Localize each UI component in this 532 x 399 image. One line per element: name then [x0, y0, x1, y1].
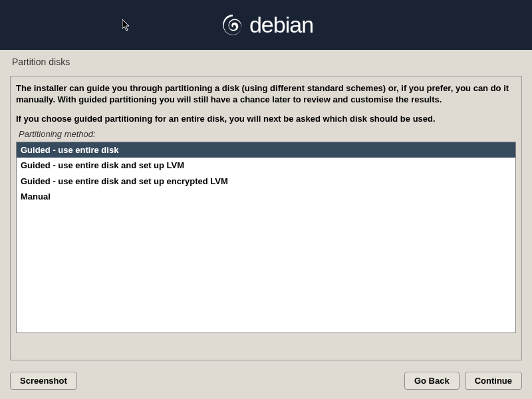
partitioning-method-label: Partitioning method: [19, 129, 516, 139]
option-guided-lvm[interactable]: Guided - use entire disk and set up LVM [17, 158, 515, 174]
installer-header: debian [0, 0, 532, 50]
page-title: Partition disks [0, 50, 532, 72]
debian-swirl-icon [219, 11, 247, 39]
content-panel: The installer can guide you through part… [10, 76, 522, 360]
partitioning-method-list[interactable]: Guided - use entire disk Guided - use en… [16, 142, 516, 333]
screenshot-button[interactable]: Screenshot [10, 372, 77, 390]
continue-button[interactable]: Continue [465, 372, 522, 390]
option-guided-entire-disk[interactable]: Guided - use entire disk [17, 142, 515, 158]
option-manual[interactable]: Manual [17, 189, 515, 205]
description-text-2: If you choose guided partitioning for an… [16, 114, 516, 125]
go-back-button[interactable]: Go Back [404, 372, 460, 390]
logo-text: debian [249, 12, 313, 38]
footer-buttons: Screenshot Go Back Continue [10, 372, 522, 390]
option-guided-encrypted-lvm[interactable]: Guided - use entire disk and set up encr… [17, 174, 515, 190]
description-text-1: The installer can guide you through part… [16, 83, 516, 106]
debian-logo: debian [219, 11, 313, 39]
